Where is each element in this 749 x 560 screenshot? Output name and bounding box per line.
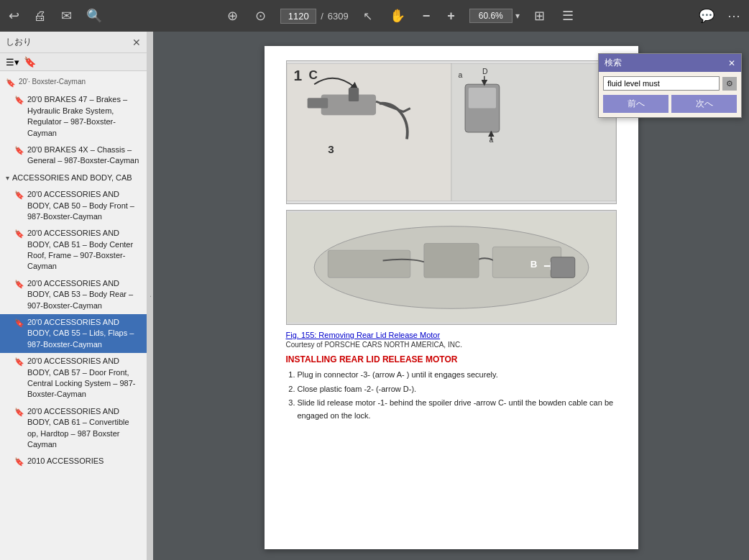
bookmark-icon: 🔖 [14, 456, 24, 467]
svg-text:C: C [308, 68, 317, 82]
sidebar-header: しおり ✕ [0, 32, 147, 53]
bookmark-text: 20'0 ACCESSORIES AND BODY, CAB 50 – Body… [27, 189, 141, 222]
back-icon[interactable]: ↩ [6, 5, 22, 27]
search-input-row: ⚙ [603, 76, 737, 91]
svg-rect-1 [287, 64, 451, 201]
search-popup-title: 検索 [605, 57, 622, 69]
bookmark-text: 20'0 BRAKES 4X – Chassis – General – 987… [27, 144, 141, 167]
more-options-icon[interactable]: ⋯ [725, 5, 743, 27]
bookmark-text: 20'0 ACCESSORIES AND BODY, CAB 61 – Conv… [27, 406, 141, 451]
list-item[interactable]: 🔖 20'0 ACCESSORIES AND BODY, CAB 53 – Bo… [0, 275, 147, 314]
zoom-dropdown-icon[interactable]: ▾ [515, 11, 520, 21]
expand-arrow-icon: ▾ [6, 173, 9, 183]
sidebar-resize-handle[interactable]: ··· [147, 32, 153, 560]
zoom-value-display[interactable]: 60.6% [469, 9, 513, 23]
grid-view-icon[interactable]: ☰ [559, 5, 576, 27]
installation-steps: Plug in connector -3- (arrow A- ) until … [298, 369, 617, 422]
list-item[interactable]: 🔖 20'· Boxster-Cayman [0, 74, 147, 91]
page-number-input[interactable]: 1120 [280, 9, 316, 24]
zoom-out-icon[interactable]: − [420, 6, 433, 27]
bookmark-text: 2010 ACCESSORIES [27, 456, 141, 467]
print-icon[interactable]: 🖨 [31, 6, 50, 27]
list-item-accessories[interactable]: ▾ ACCESSORIES AND BODY, CAB [0, 170, 147, 186]
bookmark-icon: 🔖 [14, 279, 24, 290]
svg-rect-7 [307, 98, 328, 108]
nav-prev-icon[interactable]: ⊕ [224, 5, 241, 27]
toolbar-center: ⊕ ⊙ 1120 / 6309 ↖ ✋ − + 60.6% ▾ ⊞ ☰ [114, 5, 687, 27]
bookmark-icon: 🔖 [14, 318, 24, 329]
list-item[interactable]: 🔖 2010 ACCESSORIES [0, 453, 147, 470]
toolbar-right: 💬 ⋯ [696, 5, 743, 27]
bookmark-icon: 🔖 [6, 78, 16, 88]
list-item[interactable]: 🔖 20'0 BRAKES 4X – Chassis – General – 9… [0, 142, 147, 170]
main-toolbar: ↩ 🖨 ✉ 🔍 ⊕ ⊙ 1120 / 6309 ↖ ✋ − + 60.6% ▾ … [0, 0, 749, 32]
bookmark-icon: 🔖 [14, 190, 24, 201]
search-popup: 検索 ✕ ⚙ 前へ 次へ [598, 53, 742, 118]
main-area: しおり ✕ ☰▾ 🔖 🔖 20'· Boxster-Cayman 🔖 20'0 … [0, 32, 749, 560]
bookmark-icon: 🔖 [14, 145, 24, 156]
list-item[interactable]: 🔖 20'0 ACCESSORIES AND BODY, CAB 51 – Bo… [0, 225, 147, 275]
bookmark-text: 20'0 ACCESSORIES AND BODY, CAB 51 – Body… [27, 228, 141, 272]
svg-rect-23 [551, 257, 574, 278]
fit-page-icon[interactable]: ⊞ [531, 5, 548, 27]
search-popup-body: ⚙ 前へ 次へ [599, 72, 741, 117]
svg-rect-12 [468, 88, 495, 109]
step-1: Plug in connector -3- (arrow A- ) until … [298, 369, 617, 382]
bookmark-text: 20'0 ACCESSORIES AND BODY, CAB 57 – Door… [27, 356, 141, 400]
search-settings-button[interactable]: ⚙ [722, 77, 737, 91]
step-3: Slide lid release motor -1- behind the s… [298, 397, 617, 422]
sidebar: しおり ✕ ☰▾ 🔖 🔖 20'· Boxster-Cayman 🔖 20'0 … [0, 32, 147, 560]
svg-text:1: 1 [293, 67, 302, 83]
search-popup-header: 検索 ✕ [599, 54, 741, 72]
search-input[interactable] [603, 76, 720, 91]
search-nav-row: 前へ 次へ [603, 95, 737, 113]
bookmark-text: 20'0 ACCESSORIES AND BODY, CAB 55 – Lids… [27, 317, 141, 350]
zoom-control: 60.6% ▾ [469, 9, 520, 23]
svg-rect-18 [328, 250, 410, 277]
pdf-viewer[interactable]: 検索 ✕ ⚙ 前へ 次へ [153, 32, 749, 560]
bookmark-text: 20'0 ACCESSORIES AND BODY, CAB 53 – Body… [27, 278, 141, 311]
bookmark-icon: 🔖 [14, 357, 24, 367]
email-icon[interactable]: ✉ [58, 5, 75, 27]
page-separator: / [321, 11, 323, 22]
bookmark-text: ACCESSORIES AND BODY, CAB [12, 173, 141, 183]
bookmark-icon: 🔖 [14, 95, 24, 106]
list-item-active[interactable]: 🔖 20'0 ACCESSORIES AND BODY, CAB 55 – Li… [0, 314, 147, 353]
sidebar-bookmark-icon[interactable]: 🔖 [24, 56, 36, 68]
diagram-image-bottom: B [286, 210, 617, 325]
sidebar-close-button[interactable]: ✕ [132, 37, 141, 48]
bookmark-text: 20'0 BRAKES 47 – Brakes – Hydraulic Brak… [27, 94, 141, 139]
svg-text:a: a [458, 71, 462, 79]
page-navigation: 1120 / 6309 [280, 9, 349, 24]
zoom-in-icon[interactable]: + [444, 6, 458, 27]
figure-credit: Courtesy of PORSCHE CARS NORTH AMERICA, … [286, 341, 617, 349]
svg-rect-19 [423, 244, 478, 278]
svg-text:D: D [482, 68, 487, 75]
bookmark-icon: 🔖 [14, 407, 24, 418]
search-next-button[interactable]: 次へ [671, 95, 737, 113]
svg-text:B: B [530, 259, 537, 270]
list-item[interactable]: 🔖 20'0 BRAKES 47 – Brakes – Hydraulic Br… [0, 91, 147, 142]
bookmark-icon: 🔖 [14, 229, 24, 239]
comment-icon[interactable]: 💬 [696, 5, 717, 27]
section-title: INSTALLING REAR LID RELEASE MOTOR [286, 354, 617, 364]
svg-rect-6 [348, 88, 358, 101]
list-item[interactable]: 🔖 20'0 ACCESSORIES AND BODY, CAB 61 – Co… [0, 403, 147, 454]
list-item[interactable]: 🔖 20'0 ACCESSORIES AND BODY, CAB 50 – Bo… [0, 186, 147, 225]
pan-tool-icon[interactable]: ✋ [387, 5, 408, 27]
list-item[interactable]: 🔖 20'0 ACCESSORIES AND BODY, CAB 57 – Do… [0, 353, 147, 403]
figure-caption[interactable]: Fig. 155: Removing Rear Lid Release Moto… [286, 331, 617, 339]
pdf-page: 1 C 3 a [265, 46, 638, 549]
page-total: 6309 [328, 11, 349, 22]
search-toolbar-icon[interactable]: 🔍 [83, 5, 105, 27]
cursor-tool-icon[interactable]: ↖ [360, 6, 375, 26]
sidebar-menu-icon[interactable]: ☰▾ [6, 57, 19, 68]
svg-text:3: 3 [328, 143, 334, 155]
step-2: Close plastic foam -2- (-arrow D-). [298, 383, 617, 396]
sidebar-toolbar: ☰▾ 🔖 [0, 53, 147, 71]
search-popup-close-button[interactable]: ✕ [728, 58, 735, 68]
nav-next-icon[interactable]: ⊙ [252, 5, 269, 27]
sidebar-title: しおり [6, 36, 32, 48]
search-prev-button[interactable]: 前へ [603, 95, 668, 113]
diagram-image-top: 1 C 3 a [286, 60, 617, 204]
